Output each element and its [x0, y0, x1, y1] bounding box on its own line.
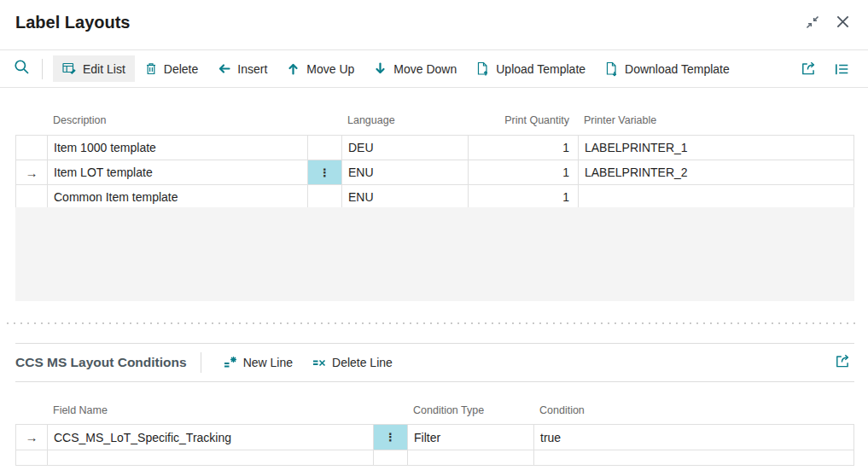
cell-condition-type[interactable]: [407, 450, 533, 465]
conditions-section-bar: CCS MS Layout Conditions New Line Delete…: [15, 344, 854, 381]
delete-label: Delete: [164, 62, 198, 76]
cell-description[interactable]: Common Item template: [47, 185, 307, 209]
edit-list-icon: [62, 61, 77, 76]
current-row-arrow-icon: →: [15, 425, 47, 450]
column-header-description[interactable]: Description: [47, 114, 307, 126]
new-line-label: New Line: [243, 356, 293, 369]
header-spacer: [307, 114, 341, 126]
conditions-table-header: Field Name Condition Type Condition: [15, 404, 854, 416]
new-line-button[interactable]: New Line: [213, 350, 302, 375]
row-options-cell[interactable]: [307, 185, 341, 209]
download-template-icon: [604, 61, 619, 77]
move-down-arrow-icon: [373, 61, 387, 76]
upload-template-icon: [475, 61, 490, 77]
column-header-printer-variable[interactable]: Printer Variable: [578, 114, 854, 126]
current-row-arrow-icon: →: [15, 160, 47, 184]
cell-condition-type[interactable]: Filter: [407, 425, 533, 450]
delete-icon: [144, 61, 158, 76]
cell-field-name[interactable]: [47, 450, 373, 465]
cell-description[interactable]: Item LOT template: [47, 160, 307, 184]
download-template-label: Download Template: [625, 62, 730, 76]
header-spacer: [15, 404, 47, 416]
toolbar-divider: [201, 352, 201, 373]
cell-language[interactable]: ENU: [341, 160, 468, 184]
row-selector[interactable]: [15, 185, 47, 209]
move-up-button[interactable]: Move Up: [277, 55, 364, 82]
insert-button[interactable]: Insert: [207, 55, 277, 82]
table-row[interactable]: Common Item template ENU 1: [15, 185, 854, 210]
column-header-print-quantity[interactable]: Print Quantity: [468, 114, 578, 126]
insert-label: Insert: [237, 62, 267, 76]
table-row-current[interactable]: → CCS_MS_LoT_Specific_Tracking ⋮ Filter …: [15, 425, 854, 450]
cell-printer-variable[interactable]: [578, 185, 854, 209]
cell-field-name[interactable]: CCS_MS_LoT_Specific_Tracking: [47, 425, 373, 450]
share-icon[interactable]: [801, 61, 817, 77]
column-header-condition[interactable]: Condition: [533, 404, 854, 416]
edit-list-button[interactable]: Edit List: [53, 55, 135, 82]
row-selector[interactable]: [15, 136, 47, 160]
delete-line-label: Delete Line: [332, 356, 393, 369]
page-title: Label Layouts: [15, 11, 130, 33]
upload-template-label: Upload Template: [496, 62, 585, 76]
row-options-button[interactable]: ⋮: [307, 160, 341, 184]
cell-language[interactable]: DEU: [341, 136, 468, 160]
cell-condition[interactable]: [533, 450, 854, 465]
share-icon[interactable]: [835, 353, 851, 373]
column-header-condition-type[interactable]: Condition Type: [407, 404, 533, 416]
header-spacer: [373, 404, 407, 416]
cell-print-quantity[interactable]: 1: [468, 136, 578, 160]
window-controls: [805, 14, 851, 30]
label-layouts-table: Item 1000 template DEU 1 LABELPRINTER_1 …: [15, 135, 854, 210]
collapse-window-icon[interactable]: [805, 15, 820, 30]
new-line-icon: [223, 356, 237, 369]
cell-language[interactable]: ENU: [341, 185, 468, 209]
move-down-label: Move Down: [393, 62, 457, 76]
insert-arrow-icon: [217, 61, 231, 76]
delete-line-button[interactable]: Delete Line: [302, 350, 402, 375]
layouts-table-header: Description Language Print Quantity Prin…: [15, 114, 854, 126]
search-icon[interactable]: [14, 59, 30, 78]
column-header-field-name[interactable]: Field Name: [47, 404, 373, 416]
row-options-cell[interactable]: [373, 450, 407, 465]
cell-condition[interactable]: true: [533, 425, 854, 450]
move-up-arrow-icon: [286, 61, 300, 76]
table-row[interactable]: Item 1000 template DEU 1 LABELPRINTER_1: [15, 136, 854, 160]
close-icon[interactable]: [835, 14, 851, 30]
row-selector[interactable]: [15, 450, 47, 465]
section-divider: [15, 381, 854, 382]
header-spacer: [15, 114, 47, 126]
table-row-empty[interactable]: [15, 450, 854, 466]
conditions-section-title: CCS MS Layout Conditions: [15, 355, 187, 370]
dotted-section-separator: [7, 322, 859, 324]
conditions-bar-right: [835, 353, 851, 373]
delete-line-icon: [312, 356, 326, 369]
action-bar: Edit List Delete Insert Move Up: [0, 49, 868, 88]
empty-rows-area: [15, 207, 854, 301]
cell-print-quantity[interactable]: 1: [468, 160, 578, 184]
move-down-button[interactable]: Move Down: [364, 55, 466, 82]
cell-printer-variable[interactable]: LABELPRINTER_1: [578, 136, 854, 160]
actionbar-right: [801, 61, 849, 77]
table-row-current[interactable]: → Item LOT template ⋮ ENU 1 LABELPRINTER…: [15, 160, 854, 185]
move-up-label: Move Up: [306, 62, 354, 76]
column-header-language[interactable]: Language: [341, 114, 468, 126]
edit-list-label: Edit List: [83, 62, 125, 76]
delete-button[interactable]: Delete: [135, 55, 207, 82]
cell-printer-variable[interactable]: LABELPRINTER_2: [578, 160, 854, 184]
cell-description[interactable]: Item 1000 template: [47, 136, 307, 160]
row-options-button[interactable]: ⋮: [373, 425, 407, 450]
row-options-cell[interactable]: [307, 136, 341, 160]
download-template-button[interactable]: Download Template: [595, 55, 739, 83]
upload-template-button[interactable]: Upload Template: [466, 55, 595, 83]
list-menu-icon[interactable]: [834, 61, 849, 77]
cell-print-quantity[interactable]: 1: [468, 185, 578, 209]
conditions-table: → CCS_MS_LoT_Specific_Tracking ⋮ Filter …: [15, 424, 854, 466]
toolbar-divider: [42, 59, 43, 79]
